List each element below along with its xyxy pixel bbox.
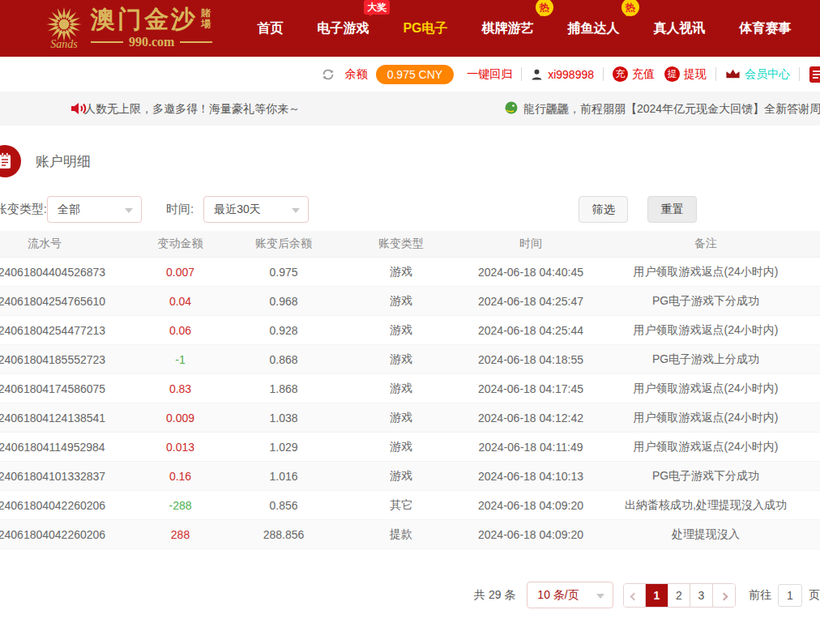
chevron-down-icon — [596, 594, 604, 599]
jackpot-badge: 大奖 — [364, 0, 390, 15]
col-header-amount: 变动金额 — [126, 237, 235, 251]
refresh-icon[interactable] — [321, 67, 335, 82]
nav-item-fishing[interactable]: 捕鱼达人热 — [568, 20, 620, 37]
per-page-select[interactable]: 10 条/页 — [527, 582, 613, 608]
one-key-return-button[interactable]: 一键回归 — [467, 67, 512, 82]
announcement-message-1: 人数无上限，多邀多得！海量豪礼等你来～ — [84, 102, 300, 117]
user-bar: 余额 0.975 CNY 一键回归 xi998998 充 充值 提 提现 会员中… — [0, 57, 820, 92]
username: xi998998 — [548, 68, 594, 81]
table-row: FS24061804404526873 0.007 0.975 游戏 2024-… — [0, 258, 820, 287]
cell-time: 2024-06-18 04:25:44 — [470, 324, 592, 337]
next-page-button[interactable] — [713, 584, 735, 607]
cell-type: 游戏 — [332, 411, 470, 425]
cell-balance: 0.975 — [235, 266, 332, 279]
cell-type: 游戏 — [332, 265, 470, 279]
crown-icon — [725, 68, 741, 80]
logo-brand-text: 澳门金沙 — [91, 6, 198, 33]
user-account[interactable]: xi998998 — [531, 68, 594, 81]
dragon-icon — [504, 100, 519, 115]
logo-domain-text: 990.com — [129, 35, 174, 49]
table-header-row: 流水号 变动金额 账变后余额 账变类型 时间 备注 — [0, 231, 820, 258]
cell-serial: FS24061804254477213 — [0, 324, 126, 337]
total-count: 共 29 条 — [474, 588, 515, 603]
site-logo[interactable]: Sands 澳门金沙 賭場 990.com — [45, 6, 212, 51]
withdraw-coin-icon: 提 — [664, 66, 680, 82]
cell-type: 游戏 — [332, 440, 470, 454]
prev-page-button[interactable] — [624, 584, 646, 607]
cell-time: 2024-06-18 04:11:49 — [470, 441, 592, 454]
report-edit-icon[interactable] — [809, 66, 820, 83]
page-strip: 1 2 3 — [623, 583, 736, 608]
reset-button[interactable]: 重置 — [647, 196, 697, 223]
page-title: 账户明细 — [36, 152, 91, 171]
table-row: TX24061804042260206 -288 0.856 其它 2024-0… — [0, 491, 820, 520]
nav-item-pg-electronic[interactable]: PG电子 — [403, 20, 447, 37]
nav-item-electronic-games[interactable]: 电子游戏大奖 — [317, 20, 369, 37]
cell-remark: 出納畨核成功,处理提现沒入成功 — [592, 498, 820, 513]
time-filter-select[interactable]: 最近30天 — [203, 196, 309, 223]
page-button-3[interactable]: 3 — [690, 584, 712, 607]
table-row: FS24061804114952984 0.013 1.029 游戏 2024-… — [0, 433, 820, 462]
cell-remark: 用户领取游戏返点(24小时内) — [592, 382, 820, 396]
chevron-right-icon — [720, 592, 728, 600]
cell-balance: 288.856 — [235, 528, 332, 541]
main-nav: 首页 电子游戏大奖 PG电子 棋牌游艺热 捕鱼达人热 真人视讯 体育赛事 — [240, 0, 808, 57]
top-header: Sands 澳门金沙 賭場 990.com 首页 电子游戏大奖 PG电子 棋牌游… — [0, 0, 820, 57]
nav-item-board-games[interactable]: 棋牌游艺热 — [482, 20, 534, 37]
page-button-2[interactable]: 2 — [668, 584, 690, 607]
goto-page-input[interactable] — [778, 584, 802, 607]
nav-item-sports[interactable]: 体育赛事 — [740, 20, 792, 37]
cell-remark: 用户领取游戏返点(24小时内) — [592, 411, 820, 425]
cell-balance: 0.868 — [235, 353, 332, 366]
cell-balance: 0.928 — [235, 324, 332, 337]
filter-row: 账变类型: 全部 时间: 最近30天 筛选 重置 — [0, 196, 820, 223]
cell-serial: FS24061804174586075 — [0, 382, 126, 395]
cell-type: 游戏 — [332, 352, 470, 367]
cell-type: 游戏 — [332, 323, 470, 338]
cell-amount: 288 — [126, 528, 235, 541]
main-content: 账户明细 账变类型: 全部 时间: 最近30天 筛选 重置 流水号 变动金额 账… — [0, 145, 820, 608]
deposit-button[interactable]: 充 充值 — [613, 66, 655, 82]
clipboard-icon — [0, 152, 13, 170]
goto-label: 前往 — [749, 588, 771, 603]
cell-amount: 0.009 — [126, 412, 235, 424]
cell-time: 2024-06-18 04:40:45 — [470, 266, 592, 279]
account-detail-icon — [0, 145, 21, 177]
table-row: FS24061804174586075 0.83 1.868 游戏 2024-0… — [0, 374, 820, 403]
hot-badge: 热 — [536, 0, 553, 16]
cell-amount: 0.013 — [126, 441, 235, 454]
cell-balance: 1.038 — [235, 412, 332, 424]
filter-button[interactable]: 筛选 — [579, 196, 628, 223]
page-suffix-label: 页 — [809, 588, 820, 603]
col-header-type: 账变类型 — [332, 237, 470, 251]
cell-remark: 用户领取游戏返点(24小时内) — [592, 440, 820, 454]
withdraw-button[interactable]: 提 提现 — [664, 66, 707, 82]
cell-time: 2024-06-18 04:25:47 — [470, 295, 592, 308]
announcement-bar: 人数无上限，多邀多得！海量豪礼等你来～ 龍行龘龘，前程朤朤【2024年亿元现金大… — [0, 92, 820, 126]
cell-amount: 0.06 — [126, 324, 235, 337]
logo-sands-text: Sands — [50, 38, 77, 51]
balance-label: 余额 — [345, 67, 368, 82]
hot-badge: 热 — [621, 0, 639, 16]
balance-value-pill: 0.975 CNY — [376, 65, 454, 84]
logo-brand-sub: 賭場 — [201, 8, 212, 29]
type-filter-select[interactable]: 全部 — [47, 196, 142, 223]
cell-balance: 0.856 — [235, 499, 332, 512]
transactions-table: 流水号 变动金额 账变后余额 账变类型 时间 备注 FS240618044045… — [0, 231, 820, 549]
cell-time: 2024-06-18 04:17:45 — [470, 382, 592, 395]
cell-amount: -1 — [126, 353, 235, 366]
cell-serial: TX24061804042260206 — [0, 499, 126, 512]
table-row: XF24061804254765610 0.04 0.968 游戏 2024-0… — [0, 287, 820, 316]
nav-item-live-casino[interactable]: 真人视讯 — [654, 20, 706, 37]
type-filter-label: 账变类型: — [0, 202, 47, 217]
cell-type: 提款 — [332, 527, 470, 542]
cell-type: 游戏 — [332, 469, 470, 484]
cell-amount: -288 — [126, 499, 235, 512]
page-button-1[interactable]: 1 — [646, 584, 668, 607]
nav-item-home[interactable]: 首页 — [257, 20, 283, 37]
cell-time: 2024-06-18 04:09:20 — [470, 499, 592, 512]
member-center-button[interactable]: 会员中心 — [725, 67, 790, 82]
cell-amount: 0.83 — [126, 382, 235, 395]
cell-serial: XF24061804101332837 — [0, 470, 126, 483]
announcement-message-2: 龍行龘龘，前程朤朤【2024年亿元现金大回馈】全新答谢周期，每月15号自助领取。… — [523, 102, 820, 117]
